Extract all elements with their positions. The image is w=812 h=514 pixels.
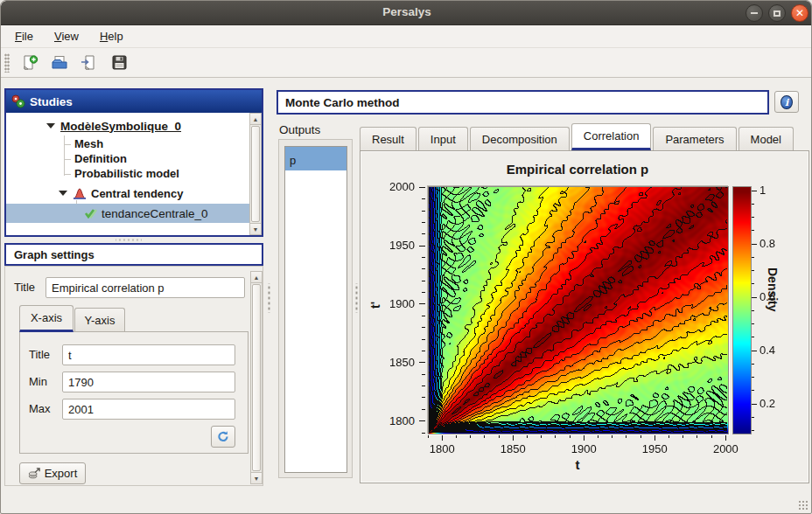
horizontal-splitter[interactable] (116, 238, 142, 242)
save-button[interactable] (106, 51, 132, 75)
x-tick (541, 435, 542, 438)
x-tick (527, 435, 528, 438)
colorbar-tick (752, 430, 754, 431)
new-study-icon (21, 54, 38, 72)
scroll-up-icon[interactable]: ▲ (250, 114, 261, 125)
tab-result-label: Result (372, 133, 404, 146)
vertical-splitter-left[interactable] (267, 283, 271, 313)
colorbar-tick-label: 0.2 (760, 397, 789, 410)
refresh-button[interactable] (211, 426, 235, 448)
outputs-list: p (284, 146, 347, 473)
tab-input[interactable]: Input (418, 127, 468, 150)
maximize-icon (774, 10, 780, 17)
y-tick (422, 257, 425, 258)
scroll-up-icon[interactable]: ▲ (251, 272, 262, 283)
outputs-panel: p (278, 139, 353, 478)
colorbar-tick (752, 323, 754, 324)
y-tick-label: 1850 (376, 356, 415, 369)
tree-item-study[interactable]: ModèleSymbolique_0 (6, 117, 249, 135)
colorbar-tick (752, 351, 757, 351)
tab-model[interactable]: Model (738, 127, 794, 150)
titlebar[interactable]: Persalys ✕ (1, 1, 812, 25)
tree-item-mesh[interactable]: Mesh (6, 136, 249, 151)
minimize-button[interactable] (746, 4, 763, 22)
tab-parameters[interactable]: Parameters (653, 127, 736, 150)
tab-x-axis[interactable]: X-axis (19, 305, 74, 332)
graph-settings-title: Graph settings (14, 248, 94, 261)
x-tick (470, 435, 471, 438)
vertical-splitter-outputs[interactable] (354, 283, 359, 313)
export-button[interactable]: Export (19, 462, 86, 484)
x-title-label: Title (29, 348, 50, 361)
x-tick (442, 435, 443, 441)
x-tick (584, 435, 584, 441)
resize-grip[interactable] (798, 500, 808, 511)
x-title-input[interactable] (62, 344, 235, 365)
x-min-input[interactable] (62, 372, 235, 392)
tab-y-axis[interactable]: Y-axis (74, 308, 125, 331)
distribution-icon (73, 187, 87, 199)
window-title: Persalys (1, 5, 812, 18)
tab-correlation[interactable]: Correlation (571, 123, 652, 150)
menu-help[interactable]: Help (89, 26, 134, 46)
analysis-name: Monte Carlo method (285, 96, 400, 109)
x-tick-label: 1900 (563, 442, 605, 455)
colorbar-tick (752, 390, 754, 391)
tree-item-definition[interactable]: Definition (6, 151, 249, 166)
graph-title-input[interactable] (46, 277, 245, 298)
close-button[interactable]: ✕ (791, 4, 808, 22)
y-tick (422, 374, 425, 375)
menu-view[interactable]: View (44, 26, 89, 46)
colorbar-tick (752, 230, 754, 231)
maximize-button[interactable] (768, 4, 786, 22)
toolbar-drag-handle[interactable] (4, 53, 10, 73)
menu-file[interactable]: File (4, 26, 44, 46)
colorbar-tick (752, 310, 754, 311)
tree-item-label: tendanceCentrale_0 (102, 207, 208, 220)
output-item-label: p (290, 154, 296, 167)
scrollbar-thumb[interactable] (251, 126, 260, 222)
x-tick (640, 435, 641, 438)
scroll-down-icon[interactable]: ▼ (250, 223, 261, 234)
x-tick (696, 435, 697, 438)
tree-item-tendance-centrale[interactable]: tendanceCentrale_0 (6, 204, 249, 223)
tab-result[interactable]: Result (360, 127, 416, 150)
studies-icon (11, 94, 25, 108)
studies-panel: Studies ModèleSymbolique_0 Mesh Definiti… (4, 88, 263, 237)
x-tick (499, 435, 500, 438)
correlation-heatmap (428, 186, 729, 434)
tree-item-label: Central tendency (91, 187, 183, 200)
tree-item-central-tendency[interactable]: Central tendency (6, 184, 249, 202)
tab-decomposition-label: Decomposition (482, 133, 557, 146)
collapse-caret-icon[interactable] (46, 123, 55, 128)
scrollbar-thumb[interactable] (252, 284, 261, 471)
new-study-button[interactable] (17, 51, 43, 75)
y-tick (422, 222, 425, 223)
menubar: File View Help (1, 25, 812, 48)
tree-item-probabilistic-model[interactable]: Probabilistic model (6, 166, 249, 181)
open-study-button[interactable] (46, 51, 73, 75)
x-tick-label: 2000 (704, 442, 746, 455)
scroll-down-icon[interactable]: ▼ (251, 472, 262, 483)
x-tick (456, 435, 457, 438)
x-max-input[interactable] (62, 399, 235, 420)
studies-panel-title: Studies (30, 95, 73, 108)
info-button[interactable]: i (774, 91, 799, 113)
tab-decomposition[interactable]: Decomposition (470, 127, 570, 150)
colorbar-tick (752, 283, 754, 284)
x-max-label: Max (29, 402, 51, 415)
y-tick (422, 409, 425, 410)
collapse-caret-icon[interactable] (59, 191, 67, 196)
import-script-button[interactable] (76, 51, 102, 75)
toolbar (1, 48, 812, 78)
x-axis-label: t (428, 457, 727, 472)
output-item-p[interactable]: p (285, 147, 346, 170)
tab-x-axis-label: X-axis (31, 311, 62, 324)
colorbar-tick (752, 191, 757, 191)
colorbar-tick-label: 0.6 (760, 290, 789, 303)
colorbar-tick (752, 337, 754, 337)
graph-settings-scrollbar[interactable]: ▲ ▼ (250, 271, 262, 484)
studies-scrollbar[interactable]: ▲ ▼ (249, 113, 262, 235)
x-tick (668, 435, 669, 438)
studies-panel-header: Studies (6, 90, 262, 113)
